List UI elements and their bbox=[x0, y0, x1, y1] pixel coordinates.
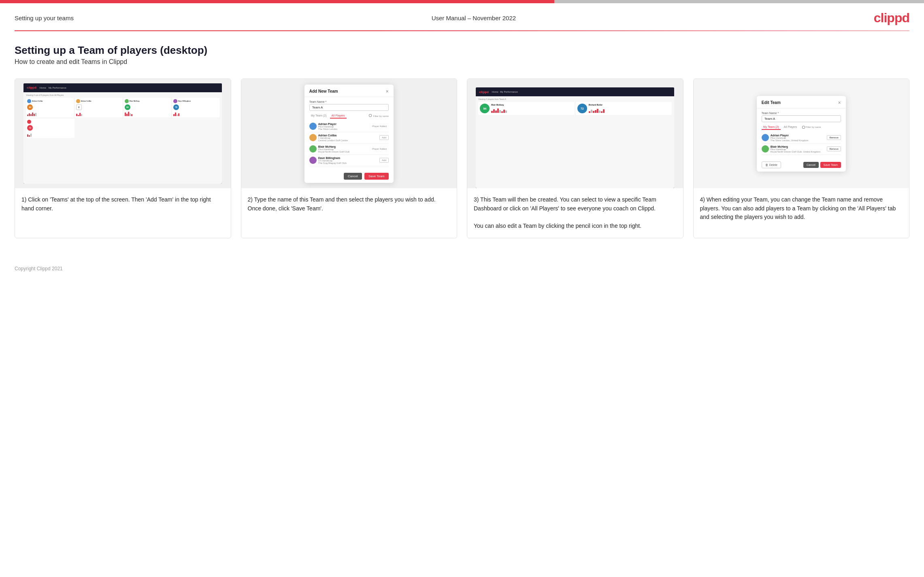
card-3: clippd Home My Performance Viewing 2 pla… bbox=[467, 78, 683, 238]
modal-2-tabs: My Team (2) All Players Filter by name bbox=[309, 113, 389, 119]
modal-4-cancel-button[interactable]: Cancel bbox=[803, 162, 819, 168]
modal-4-player-info-2: Blair McHarg Plus Handicap Royal North D… bbox=[771, 145, 826, 153]
card-3-text: 3) This Team will then be created. You c… bbox=[467, 188, 683, 238]
modal-2-team-input[interactable]: Team A bbox=[309, 104, 389, 111]
modal-2-player-3: Blair McHarg Plus Handicap Royal North D… bbox=[309, 144, 389, 155]
ss3-player-card-2: 72 Richard Butler bbox=[576, 102, 672, 115]
player-info-4: Dave Billingham 3.5 Handicap The Gog Mag… bbox=[318, 157, 378, 164]
modal-2-team-label: Team Name * bbox=[309, 100, 389, 103]
ss1-score-1: 84 bbox=[27, 104, 33, 110]
modal-4-header: Edit Team × bbox=[757, 96, 846, 108]
ss1-player-grid: Adrian Coliba 84 bbox=[26, 98, 219, 117]
ss1-avatar-2 bbox=[76, 99, 80, 103]
modal-2-close-icon[interactable]: × bbox=[386, 89, 389, 94]
modal-2-save-button[interactable]: Save Team bbox=[364, 173, 389, 180]
modal-4-save-button[interactable]: Save Team bbox=[820, 162, 841, 168]
card-2-text: 2) Type the name of this Team and then s… bbox=[241, 188, 457, 238]
ss3-player-grid: 94 Blair McHarg bbox=[478, 102, 672, 115]
modal-2-cancel-button[interactable]: Cancel bbox=[344, 173, 362, 180]
modal-2-player-1: Adrian Player Plus Handicap The Shire Lo… bbox=[309, 121, 389, 132]
player-2-remove-btn[interactable]: Remove bbox=[827, 146, 841, 151]
player-avatar-3 bbox=[309, 145, 317, 153]
ss1-player-card-5: 72 bbox=[26, 119, 74, 138]
screenshot-4: Edit Team × Team Name * Team A My Team (… bbox=[694, 79, 909, 188]
ss1-score-2: 0 bbox=[76, 104, 82, 110]
modal-4-filter-label: Filter by name bbox=[802, 126, 821, 129]
modal-2-player-2: Adrian Coliba 1 Handicap Central London … bbox=[309, 132, 389, 144]
ss1-score-5: 72 bbox=[27, 125, 33, 131]
modal-4-delete-button[interactable]: 🗑 Delete bbox=[762, 161, 781, 168]
modal-4-tabs: My Team (2) All Players Filter by name bbox=[762, 125, 841, 130]
modal-4-team-label: Team Name * bbox=[762, 112, 841, 115]
ss3-score-1: 94 bbox=[480, 104, 490, 113]
modal-4-player-list: Adrian Player Plus Handicap The Shire Lo… bbox=[762, 132, 841, 155]
ss1-player-row-2: 72 bbox=[26, 119, 219, 138]
player-3-status: Player Added bbox=[370, 147, 389, 151]
ss3-score-2: 72 bbox=[577, 104, 587, 113]
cards-row: clippd Home My Performance Viewing 4 out… bbox=[15, 78, 909, 238]
card-4-text: 4) When editing your Team, you can chang… bbox=[694, 188, 909, 238]
modal-4-team-input[interactable]: Team A bbox=[762, 115, 841, 122]
ss1-player-card-3: Blair McHarg 94 bbox=[123, 98, 171, 117]
ss3-bars-2 bbox=[589, 107, 670, 113]
modal-4-footer: 🗑 Delete Cancel Save Team bbox=[757, 158, 846, 172]
tab-my-team[interactable]: My Team (2) bbox=[309, 113, 328, 119]
player-info-3: Blair McHarg Plus Handicap Royal North D… bbox=[318, 145, 368, 153]
ss1-bars-4 bbox=[173, 111, 218, 116]
modal-4-player-2: Blair McHarg Plus Handicap Royal North D… bbox=[762, 144, 841, 155]
tab-4-my-team[interactable]: My Team (2) bbox=[762, 125, 781, 130]
modal-4-close-icon[interactable]: × bbox=[838, 100, 841, 106]
add-team-modal: Add New Team × Team Name * Team A My Tea… bbox=[304, 85, 394, 183]
ss3-topbar: clippd Home My Performance bbox=[476, 87, 674, 96]
header-center: User Manual – November 2022 bbox=[432, 15, 516, 21]
top-bar bbox=[0, 0, 924, 3]
screenshot-3: clippd Home My Performance Viewing 2 pla… bbox=[467, 79, 683, 188]
ss3-bars-1 bbox=[491, 107, 573, 113]
ss3-player-info-1: Blair McHarg bbox=[491, 104, 573, 113]
card-4: Edit Team × Team Name * Team A My Team (… bbox=[693, 78, 910, 238]
player-avatar-2 bbox=[309, 134, 317, 141]
modal-4-player-1: Adrian Player Plus Handicap The Shire Lo… bbox=[762, 132, 841, 144]
player-2-add-btn[interactable]: Add bbox=[379, 135, 389, 140]
modal-2-footer: Cancel Save Team bbox=[304, 170, 394, 183]
ss3-filter-label: Viewing 2 players from Team A bbox=[478, 98, 672, 100]
filter-checkbox[interactable] bbox=[369, 114, 372, 117]
ss1-score-3: 94 bbox=[125, 104, 130, 110]
ss1-filter-label: Viewing 4 out of 8 players from All Play… bbox=[26, 94, 219, 96]
modal-4-avatar-1 bbox=[762, 134, 769, 141]
tab-4-all-players[interactable]: All Players bbox=[782, 125, 799, 130]
ss1-score-4: 78 bbox=[173, 104, 179, 110]
ss1-avatar-1 bbox=[27, 99, 31, 103]
header: Setting up your teams User Manual – Nove… bbox=[0, 3, 924, 30]
modal-2-filter-label: Filter by name bbox=[369, 114, 389, 117]
card-2: Add New Team × Team Name * Team A My Tea… bbox=[241, 78, 458, 238]
modal-4-player-info-1: Adrian Player Plus Handicap The Shire Lo… bbox=[771, 134, 826, 142]
player-1-remove-btn[interactable]: Remove bbox=[827, 135, 841, 140]
ss3-logo: clippd bbox=[479, 90, 489, 94]
modal-4-title: Edit Team bbox=[762, 100, 781, 105]
modal-2-title: Add New Team bbox=[309, 89, 338, 93]
header-left: Setting up your teams bbox=[15, 15, 74, 21]
modal-2-player-list: Adrian Player Plus Handicap The Shire Lo… bbox=[309, 121, 389, 166]
page-title: Setting up a Team of players (desktop) bbox=[15, 44, 909, 57]
modal-4-body: Team Name * Team A My Team (2) All Playe… bbox=[757, 108, 846, 158]
player-info-1: Adrian Player Plus Handicap The Shire Lo… bbox=[318, 123, 368, 130]
player-1-status: Player Added bbox=[370, 124, 389, 128]
ss3-player-card-1: 94 Blair McHarg bbox=[478, 102, 574, 115]
card-1-text: 1) Click on 'Teams' at the top of the sc… bbox=[15, 188, 231, 238]
modal-4-filter-checkbox[interactable] bbox=[802, 126, 805, 129]
ss1-avatar-3 bbox=[125, 99, 129, 103]
ss3-player-info-2: Richard Butler bbox=[589, 104, 670, 113]
modal-4-avatar-2 bbox=[762, 145, 769, 153]
screenshot-1: clippd Home My Performance Viewing 4 out… bbox=[15, 79, 231, 188]
ss3-inner: clippd Home My Performance Viewing 2 pla… bbox=[476, 87, 674, 188]
trash-icon: 🗑 bbox=[765, 163, 768, 166]
player-avatar-4 bbox=[309, 157, 317, 164]
tab-all-players[interactable]: All Players bbox=[330, 113, 347, 119]
ss1-inner: clippd Home My Performance Viewing 4 out… bbox=[23, 83, 222, 184]
edit-team-modal: Edit Team × Team Name * Team A My Team (… bbox=[757, 96, 846, 172]
page-content: Setting up a Team of players (desktop) H… bbox=[0, 31, 924, 261]
player-4-add-btn[interactable]: Add bbox=[379, 158, 389, 163]
ss1-player-card-2: Adrian Coliba 0 bbox=[75, 98, 122, 117]
page-subtitle: How to create and edit Teams in Clippd bbox=[15, 58, 909, 66]
